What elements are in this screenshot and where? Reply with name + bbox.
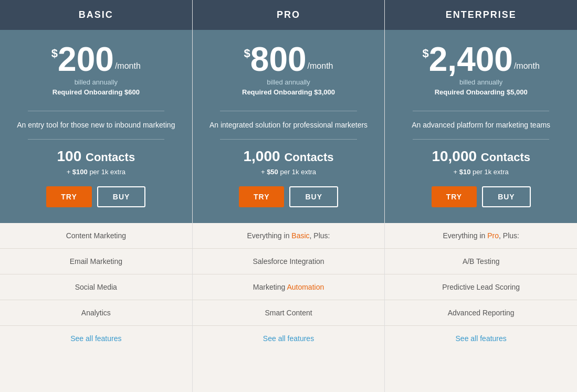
divider2-basic	[28, 139, 165, 140]
feature-row-enterprise-2: Predictive Lead Scoring	[385, 274, 577, 300]
feature-row-basic-3: Analytics	[0, 300, 192, 326]
feature-row-basic-0: Content Marketing	[0, 223, 192, 249]
onboarding-basic: Required Onboarding $600	[53, 88, 140, 96]
price-dollar-enterprise: $	[423, 47, 429, 60]
price-period-pro: /month	[308, 61, 333, 71]
price-amount-basic: 200	[58, 43, 114, 76]
price-row-enterprise: $2,400/month	[423, 43, 540, 76]
btn-try-basic[interactable]: TRY	[46, 186, 91, 207]
plan-column-basic: BASIC$200/monthbilled annuallyRequired O…	[0, 0, 193, 392]
plan-description-pro: An integrated solution for professional …	[204, 120, 373, 131]
price-period-basic: /month	[115, 61, 141, 71]
contacts-extra-pro: + $50 per 1k extra	[261, 168, 316, 176]
contacts-row-pro: 1,000 Contacts	[244, 148, 334, 165]
contacts-number-pro: 1,000	[244, 148, 285, 164]
btn-try-enterprise[interactable]: TRY	[432, 186, 477, 207]
contacts-row-enterprise: 10,000 Contacts	[432, 148, 530, 165]
onboarding-enterprise: Required Onboarding $5,000	[435, 88, 528, 96]
price-row-basic: $200/month	[51, 43, 141, 76]
plan-description-basic: An entry tool for those new to inbound m…	[12, 120, 180, 131]
feature-row-pro-1: Salesforce Integration	[193, 249, 385, 274]
divider1-basic	[28, 111, 165, 111]
plan-title-pro: PRO	[198, 9, 380, 20]
contacts-label-basic: Contacts	[86, 151, 135, 164]
contacts-row-basic: 100 Contacts	[57, 148, 135, 165]
buttons-row-pro: TRYBUY	[239, 186, 338, 207]
feature-row-enterprise-1: A/B Testing	[385, 249, 577, 274]
plan-header-basic: BASIC	[0, 0, 192, 30]
billed-annually-enterprise: billed annually	[459, 78, 502, 86]
contacts-label-pro: Contacts	[284, 151, 333, 164]
see-all-row-pro: See all features	[193, 326, 385, 351]
price-dollar-pro: $	[244, 47, 250, 60]
divider1-pro	[220, 111, 357, 111]
billed-annually-basic: billed annually	[75, 78, 118, 86]
features-section-basic: Content MarketingEmail MarketingSocial M…	[0, 223, 192, 392]
price-amount-pro: 800	[250, 43, 307, 76]
divider1-enterprise	[413, 111, 550, 111]
plan-body-basic: $200/monthbilled annuallyRequired Onboar…	[0, 30, 192, 223]
feature-row-pro-3: Smart Content	[193, 300, 385, 326]
feature-row-pro-0: Everything in Basic, Plus:	[193, 223, 385, 249]
plan-column-enterprise: ENTERPRISE$2,400/monthbilled annuallyReq…	[385, 0, 577, 392]
plan-header-enterprise: ENTERPRISE	[385, 0, 577, 30]
price-amount-enterprise: 2,400	[429, 43, 513, 76]
onboarding-pro: Required Onboarding $3,000	[242, 88, 335, 96]
contacts-extra-basic: + $100 per 1k extra	[67, 168, 125, 176]
divider2-pro	[220, 139, 357, 140]
btn-buy-enterprise[interactable]: BUY	[482, 186, 531, 207]
see-all-row-basic: See all features	[0, 326, 192, 351]
btn-buy-pro[interactable]: BUY	[289, 186, 338, 207]
see-all-row-enterprise: See all features	[385, 326, 577, 351]
price-period-enterprise: /month	[514, 61, 540, 71]
plan-header-pro: PRO	[193, 0, 385, 30]
plan-title-enterprise: ENTERPRISE	[390, 9, 572, 20]
features-section-pro: Everything in Basic, Plus:Salesforce Int…	[193, 223, 385, 392]
plan-column-pro: PRO$800/monthbilled annuallyRequired Onb…	[193, 0, 385, 392]
price-row-pro: $800/month	[244, 43, 333, 76]
see-all-link-basic[interactable]: See all features	[70, 334, 121, 343]
contacts-number-basic: 100	[57, 148, 86, 164]
btn-try-pro[interactable]: TRY	[239, 186, 284, 207]
feature-row-basic-2: Social Media	[0, 274, 192, 300]
pricing-table: BASIC$200/monthbilled annuallyRequired O…	[0, 0, 577, 392]
buttons-row-enterprise: TRYBUY	[432, 186, 531, 207]
features-section-enterprise: Everything in Pro, Plus:A/B TestingPredi…	[385, 223, 577, 392]
plan-description-enterprise: An advanced platform for marketing teams	[406, 120, 555, 131]
billed-annually-pro: billed annually	[267, 78, 310, 86]
plan-body-pro: $800/monthbilled annuallyRequired Onboar…	[193, 30, 385, 223]
feature-row-enterprise-0: Everything in Pro, Plus:	[385, 223, 577, 249]
feature-row-enterprise-3: Advanced Reporting	[385, 300, 577, 326]
plan-body-enterprise: $2,400/monthbilled annuallyRequired Onbo…	[385, 30, 577, 223]
price-dollar-basic: $	[51, 47, 58, 60]
feature-row-basic-1: Email Marketing	[0, 249, 192, 274]
feature-row-pro-2: Marketing Automation	[193, 274, 385, 300]
contacts-label-enterprise: Contacts	[481, 151, 530, 164]
contacts-extra-enterprise: + $10 per 1k extra	[454, 168, 509, 176]
see-all-link-enterprise[interactable]: See all features	[456, 334, 507, 343]
btn-buy-basic[interactable]: BUY	[97, 186, 146, 207]
see-all-link-pro[interactable]: See all features	[263, 334, 314, 343]
buttons-row-basic: TRYBUY	[46, 186, 145, 207]
contacts-number-enterprise: 10,000	[432, 148, 480, 164]
divider2-enterprise	[413, 139, 550, 140]
plan-title-basic: BASIC	[5, 9, 187, 20]
